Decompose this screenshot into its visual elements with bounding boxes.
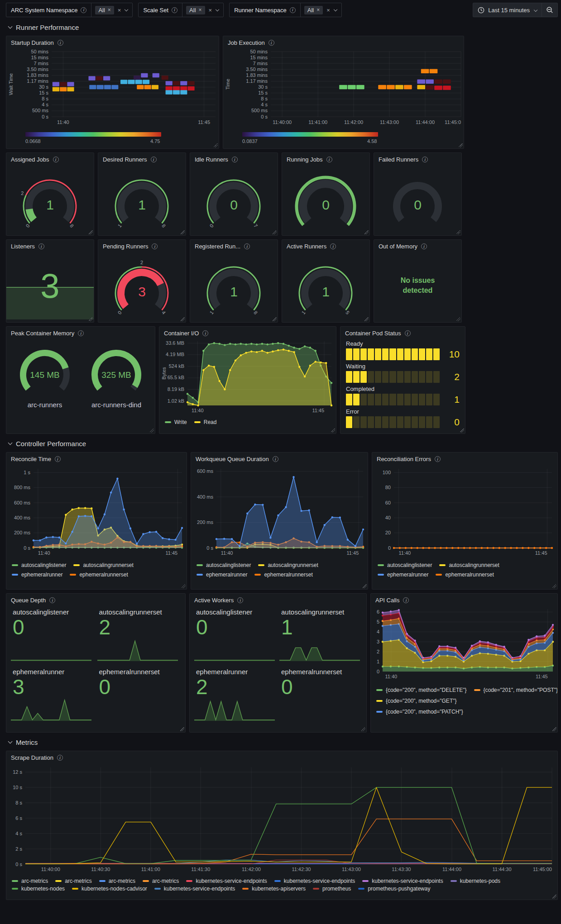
reconcile-time-chart[interactable]: 0 s200 ms400 ms600 ms800 ms1 s11:4011:45 [6,464,187,559]
legend-item[interactable]: Write [165,419,187,425]
resize-handle[interactable] [331,429,335,433]
panel-title[interactable]: Idle Runners [195,156,228,163]
legend-item[interactable]: ephemeralrunnerset [70,572,128,578]
gauge[interactable]: 0 [374,165,461,233]
info-icon[interactable]: i [237,597,243,603]
legend-item[interactable]: kubernetes-nodes [12,886,65,892]
info-icon[interactable]: i [78,330,84,336]
bar-gauge[interactable] [346,371,440,383]
panel-title[interactable]: Container I/O [164,330,199,337]
legend-item[interactable]: autoscalingrunnerset [439,562,499,568]
panel-title[interactable]: Container Pod Status [345,330,401,337]
chevron-down-icon[interactable] [125,8,128,11]
resize-handle[interactable] [180,727,184,731]
info-icon[interactable]: i [57,755,63,761]
legend-item[interactable]: prometheus [313,886,351,892]
resize-handle[interactable] [181,230,185,234]
panel-title[interactable]: Workqueue Queue Duration [196,456,269,462]
legend-item[interactable]: kubernetes-service-endpoints [362,878,443,884]
resize-handle[interactable] [456,230,460,234]
legend-item[interactable]: {code="200", method="DELETE"} [376,687,467,693]
filter-value-chip[interactable]: All× [95,6,114,14]
zoom-out-button[interactable] [542,3,557,17]
info-icon[interactable]: i [273,456,278,462]
info-icon[interactable]: i [232,157,238,162]
stat-cell[interactable]: autoscalinglistener0 [11,606,95,663]
info-icon[interactable]: i [244,243,250,249]
panel-title[interactable]: Reconciliation Errors [377,456,431,462]
resize-handle[interactable] [552,727,556,731]
bar-gauge[interactable] [346,416,440,428]
resize-handle[interactable] [273,317,277,321]
panel-title[interactable]: Active Workers [194,597,234,604]
memory-gauge[interactable]: 325 MBarc-runners-dind [82,342,150,409]
legend-item[interactable]: kubernetes-service-endpoints [154,886,235,892]
resize-handle[interactable] [456,317,460,321]
legend-item[interactable]: {code="200", method="GET"} [376,698,456,704]
legend-item[interactable]: autoscalinglistener [12,562,66,568]
info-icon[interactable]: i [49,597,55,603]
resize-handle[interactable] [89,230,93,234]
info-icon[interactable]: i [172,7,177,13]
time-range-picker[interactable]: Last 15 minutes [473,3,542,17]
panel-title[interactable]: Active Runners [287,243,326,250]
legend-item[interactable]: ephemeralrunner [12,572,62,578]
panel-title[interactable]: Pending Runners [103,243,148,250]
legend-item[interactable]: autoscalinglistener [378,562,432,568]
info-icon[interactable]: i [435,456,441,462]
gauge[interactable]: 181 [190,252,278,319]
scrape-duration-chart[interactable]: 0 s2 s4 s6 s8 s10 s12 s11:40:0011:40:301… [6,763,558,875]
panel-title[interactable]: Failed Runners [379,156,418,163]
legend-item[interactable]: arc-metrics [12,878,48,884]
chevron-down-icon[interactable] [334,8,337,11]
panel-title[interactable]: Job Execution [228,39,265,46]
info-icon[interactable]: i [403,597,409,603]
resize-handle[interactable] [361,727,365,731]
info-icon[interactable]: i [55,456,61,462]
bar-gauge[interactable] [346,394,440,405]
legend-item[interactable]: {code="201", method="POST"} [474,687,558,693]
panel-title[interactable]: Scrape Duration [11,754,53,761]
section-controller-performance[interactable]: Controller Performance [9,438,558,448]
panel-title[interactable]: API Calls [375,597,399,604]
resize-handle[interactable] [552,895,556,899]
info-icon[interactable]: i [53,157,59,162]
gauge[interactable]: 181 [98,165,186,233]
legend-item[interactable]: Read [194,419,217,425]
legend-item[interactable]: arc-metrics [143,878,179,884]
resize-handle[interactable] [181,317,185,321]
legend-item[interactable]: arc-metrics [99,878,135,884]
legend-item[interactable]: kubernetes-service-endpoints [186,878,267,884]
clear-filter-icon[interactable]: × [326,7,330,14]
info-icon[interactable]: i [421,243,427,249]
resize-handle[interactable] [460,429,464,433]
legend-item[interactable]: kubernetes-service-endpoints [274,878,355,884]
stat-cell[interactable]: ephemeralrunnerset0 [97,666,181,723]
stat-cell[interactable]: ephemeralrunner2 [194,666,277,723]
info-icon[interactable]: i [81,7,86,13]
info-icon[interactable]: i [269,40,274,46]
info-icon[interactable]: i [290,7,296,13]
legend-item[interactable]: kubernetes-pods [451,878,500,884]
section-metrics[interactable]: Metrics [9,737,558,747]
panel-title[interactable]: Out of Memory [379,243,417,250]
filter-label[interactable]: Scale Seti [139,3,182,17]
legend-item[interactable]: autoscalingrunnerset [258,562,318,568]
info-icon[interactable]: i [202,330,208,336]
panel-title[interactable]: Reconcile Time [11,456,51,462]
resize-handle[interactable] [364,230,369,234]
legend-item[interactable]: kubernetes-apiservers [242,886,306,892]
legend-item[interactable]: autoscalingrunnerset [73,562,133,568]
container-io-chart[interactable]: 33.6 MB4.19 MB524 kB65.5 kB8.19 kB1.02 k… [159,338,336,416]
panel-title[interactable]: Startup Duration [11,39,54,46]
info-icon[interactable]: i [58,40,63,46]
legend-item[interactable]: ephemeralrunner [378,572,428,578]
memory-gauge[interactable]: 145 MBarc-runners [11,342,79,409]
resize-handle[interactable] [459,143,463,148]
workqueue-chart[interactable]: 0 s200 ms400 ms600 ms11:4011:45 [191,464,368,559]
info-icon[interactable]: i [38,243,44,249]
panel-title[interactable]: Assigned Jobs [11,156,49,163]
filter-label[interactable]: ARC System Namespacei [6,3,91,17]
panel-title[interactable]: Listeners [11,243,35,250]
gauge[interactable]: 070 [190,165,278,233]
